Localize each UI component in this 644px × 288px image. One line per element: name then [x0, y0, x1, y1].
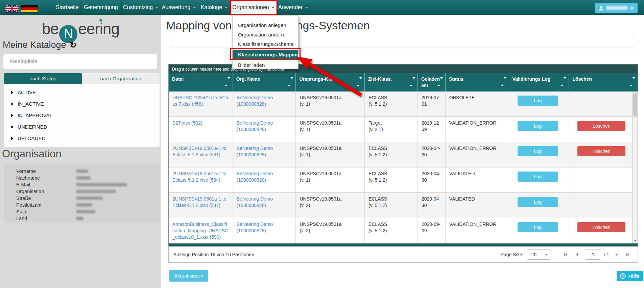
sort-icon[interactable]: [630, 79, 635, 85]
log-button[interactable]: Log: [518, 121, 558, 131]
nav-item-organisationen[interactable]: Organisationen: [231, 0, 277, 15]
loaded-date-cell: 2019-07-01: [418, 91, 446, 117]
sort-icon[interactable]: [561, 79, 566, 85]
refresh-icon[interactable]: ↻: [70, 40, 77, 50]
file-link[interactable]: S2T.xlsx (532): [172, 120, 229, 126]
tree-item-uploaded[interactable]: UPLOADED: [4, 133, 160, 144]
menu-item-klassifizierungs-schema[interactable]: Klassifizierungs-Schema: [233, 40, 298, 49]
delete-button[interactable]: Löschen: [577, 222, 625, 232]
top-navigation-bar: Startseite Genehmigung Customizing Auswe…: [0, 0, 644, 15]
column-header-status[interactable]: Status: [446, 73, 509, 91]
menu-item-klassifizierungs-mapping[interactable]: Klassifizierungs-Mapping: [233, 50, 298, 60]
table-row: AmazonBusiness_Classification_Mapping_UN…: [169, 218, 638, 243]
file-link[interactable]: AmazonBusiness_Classification_Mapping_UN…: [172, 221, 229, 240]
tab-nach-organisation[interactable]: nach Organisation: [82, 73, 160, 84]
position-status-text: Anzeige Position 16 von 16 Positionen: [173, 252, 254, 257]
organisation-heading: Organisation: [2, 148, 62, 160]
file-link[interactable]: 2UNSPSCv19.0501a-1 to Eclass-5.1.2.xlsx …: [172, 196, 229, 209]
tree-item-active[interactable]: ACTIVE: [4, 87, 160, 98]
delete-button[interactable]: Löschen: [577, 121, 625, 131]
sort-icon[interactable]: [437, 79, 443, 85]
tree-expand-icon[interactable]: [11, 125, 14, 129]
file-link[interactable]: UNSPSC 190501a to eClass 7.xlsx (458): [172, 95, 229, 107]
user-account-button[interactable]: [595, 3, 638, 13]
file-link[interactable]: 2UNSPSCv19.0501a-1 to Eclass-5.1.2.xlsx …: [172, 171, 229, 183]
menu-item-bilder-laden[interactable]: Bilder laden: [233, 60, 298, 70]
column-header-validierungs-log[interactable]: Validierungs Log: [509, 73, 569, 91]
org-link[interactable]: BeNeering Demo(1000000828): [237, 221, 292, 234]
tree-item-in-approval[interactable]: IN_APPROVAL: [4, 110, 160, 121]
column-header-ziel-klass[interactable]: Ziel-Klass.: [365, 73, 418, 91]
vertical-scrollbar[interactable]: [632, 91, 638, 243]
next-page-icon[interactable]: [613, 251, 620, 258]
source-class-cell: UNSPSCv19.0501a(v. 1): [296, 91, 365, 117]
table-row: S2T.xlsx (532) BeNeering Demo(1000000828…: [169, 117, 638, 142]
field-label-email: E-Mail: [4, 182, 76, 187]
redacted-value: [76, 190, 116, 193]
tab-nach-status[interactable]: nach Status: [4, 73, 82, 84]
my-catalogs-heading: Meine Kataloge↻: [3, 40, 77, 50]
nav-item-customizing[interactable]: Customizing: [122, 0, 160, 15]
log-button[interactable]: Log: [518, 96, 558, 106]
table-row: 2UNSPSCv19.0501a-1 to Eclass-5.1.2.xlsx …: [169, 142, 638, 167]
status-tree-panel: ACTIVE IN_ACTIVE IN_APPROVAL UNDEFINED U…: [4, 84, 160, 147]
redacted-value: [76, 176, 91, 180]
tree-expand-icon[interactable]: [11, 114, 14, 117]
uk-flag-icon[interactable]: [5, 5, 19, 12]
status-cell: VALIDATION_ERROR: [446, 117, 509, 142]
tree-item-label: UNDEFINED: [18, 124, 47, 130]
sort-icon[interactable]: [357, 79, 362, 85]
org-link[interactable]: BeNeering Demo(1000000828): [237, 196, 292, 209]
field-label-stadt: Stadt: [4, 209, 76, 214]
menu-item-organisation-anlegen[interactable]: Organisation anlegen: [233, 21, 298, 30]
column-header-datei[interactable]: Datei: [169, 73, 233, 91]
table-row: UNSPSC 190501a to eClass 7.xlsx (458) Be…: [169, 91, 638, 117]
page-number-input[interactable]: [585, 250, 601, 260]
previous-page-icon[interactable]: [573, 251, 580, 258]
sort-icon[interactable]: [410, 79, 415, 85]
log-button[interactable]: Log: [518, 197, 558, 207]
column-header-geladen-am[interactable]: Geladen am: [418, 73, 446, 91]
sort-icon[interactable]: [288, 79, 293, 85]
nav-item-auswertung[interactable]: Auswertung: [160, 0, 198, 15]
tree-item-in-active[interactable]: IN_ACTIVE: [4, 98, 160, 110]
last-page-icon[interactable]: [624, 251, 631, 258]
log-button[interactable]: Log: [518, 222, 558, 232]
org-link[interactable]: BeNeering Demo(1000000828): [237, 95, 292, 107]
org-link[interactable]: BeNeering Demo(1000000828): [237, 171, 292, 183]
nav-item-anwender[interactable]: Anwender: [277, 0, 310, 15]
aktualisieren-button[interactable]: Aktualisieren: [169, 270, 208, 282]
scroll-down-button[interactable]: [633, 238, 638, 243]
org-link[interactable]: BeNeering Demo(1000000828): [237, 120, 292, 133]
target-class-cell: ECLASS(v. 5.1.2): [365, 142, 418, 167]
delete-button[interactable]: Löschen: [577, 146, 625, 156]
org-link[interactable]: BeNeering Demo(1000000828): [237, 145, 292, 158]
log-button[interactable]: Log: [518, 172, 558, 182]
column-header-org-name[interactable]: Org. Name: [233, 73, 296, 91]
column-header-loeschen[interactable]: Löschen: [569, 73, 638, 91]
field-label-nachname: Nachname: [4, 175, 76, 181]
tree-expand-icon[interactable]: [11, 91, 14, 94]
tree-item-undefined[interactable]: UNDEFINED: [4, 121, 160, 133]
nav-item-kataloge[interactable]: Kataloge: [198, 0, 231, 15]
help-button[interactable]: ? Hilfe: [617, 271, 643, 281]
first-page-icon[interactable]: [562, 251, 570, 258]
nav-item-genehmigung[interactable]: Genehmigung: [80, 0, 122, 15]
tree-expand-icon[interactable]: [11, 102, 14, 106]
log-button[interactable]: Log: [518, 146, 558, 156]
page-size-select[interactable]: 20: [527, 250, 551, 260]
catalog-filter-input[interactable]: [3, 54, 157, 69]
sort-icon[interactable]: [225, 79, 230, 85]
tree-expand-icon[interactable]: [11, 137, 14, 140]
nav-item-startseite[interactable]: Startseite: [54, 0, 80, 15]
sort-icon[interactable]: [501, 79, 506, 85]
grid-pager: Anzeige Position 16 von 16 Positionen Pa…: [168, 246, 638, 263]
column-header-ursprungs-klass[interactable]: Ursprungs-Klass.: [296, 73, 365, 91]
german-flag-icon[interactable]: [21, 5, 38, 12]
tree-item-label: IN_APPROVAL: [18, 112, 52, 118]
loaded-date-cell: 2020-09-09: [418, 218, 446, 243]
menu-item-organisation-aendern[interactable]: Organisation ändern: [233, 30, 298, 40]
scrollbar-thumb[interactable]: [633, 93, 637, 117]
status-cell: VALIDATED: [446, 167, 509, 193]
file-link[interactable]: 2UNSPSCv19.0501a-1 to Eclass-5.1.2.xlsx …: [172, 145, 229, 158]
